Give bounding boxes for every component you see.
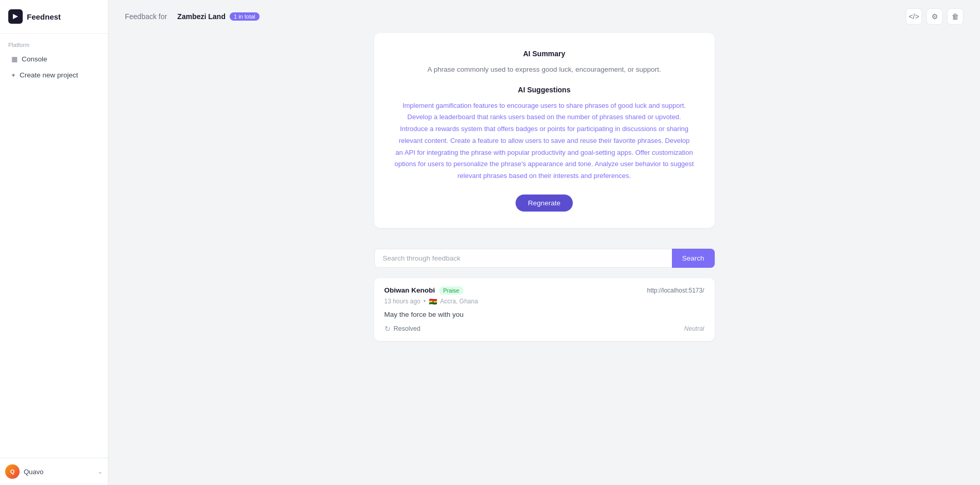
app-name: Feednest <box>27 12 61 21</box>
page-content: AI Summary A phrase commonly used to exp… <box>108 33 980 358</box>
ai-summary-title: AI Summary <box>395 50 694 58</box>
feedback-for-text: Feedback for <box>125 12 167 21</box>
code-button[interactable]: </> <box>906 8 922 25</box>
ai-suggestions-title: AI Suggestions <box>395 86 694 94</box>
feedback-status-label: Resolved <box>394 325 421 332</box>
avatar-initials: Q <box>10 468 15 475</box>
plus-icon: + <box>11 71 15 79</box>
app-logo-icon <box>8 9 23 24</box>
ai-summary-text: A phrase commonly used to express good l… <box>395 64 694 75</box>
avatar: Q <box>5 464 20 479</box>
header-breadcrumb: Feedback for Zambezi Land 1 in total <box>125 12 260 21</box>
feedback-footer: ↻ Resolved Neutral <box>384 325 704 333</box>
feedback-message: May the force be with you <box>384 311 704 318</box>
feedback-meta: 13 hours ago • 🇬🇭 Accra, Ghana <box>384 298 704 305</box>
dot-separator: • <box>424 298 426 305</box>
feedback-tag: Praise <box>439 286 463 295</box>
sidebar-logo: Feednest <box>0 0 108 34</box>
footer-user: Q Quavo <box>5 464 43 479</box>
chevron-down-icon: ⌄ <box>98 468 103 475</box>
search-bar: Search <box>374 249 715 268</box>
footer-user-name: Quavo <box>24 468 43 476</box>
feedback-header-left: Obiwan Kenobi Praise <box>384 286 463 295</box>
ai-summary-card: AI Summary A phrase commonly used to exp… <box>374 33 715 228</box>
sidebar: Feednest Platform ▦ Console + Create new… <box>0 0 108 485</box>
search-button[interactable]: Search <box>672 249 715 268</box>
header-actions: </> ⚙ 🗑 <box>906 8 963 25</box>
gear-icon: ⚙ <box>931 12 938 21</box>
main-content: Feedback for Zambezi Land 1 in total </>… <box>108 0 980 485</box>
console-icon: ▦ <box>11 55 18 63</box>
regenerate-button[interactable]: Regnerate <box>516 195 573 212</box>
feedback-status: ↻ Resolved <box>384 325 421 333</box>
feedback-location: Accra, Ghana <box>440 298 478 305</box>
trash-icon: 🗑 <box>952 12 959 21</box>
code-icon: </> <box>909 12 919 21</box>
ai-suggestions-text: Implement gamification features to encou… <box>395 100 694 182</box>
feedback-time: 13 hours ago <box>384 298 421 305</box>
search-input[interactable] <box>374 249 672 268</box>
create-project-label: Create new project <box>20 71 78 79</box>
delete-button[interactable]: 🗑 <box>947 8 963 25</box>
sidebar-section-label: Platform <box>0 34 108 51</box>
sidebar-console-label: Console <box>22 55 47 63</box>
resolved-icon: ↻ <box>384 325 391 333</box>
header: Feedback for Zambezi Land 1 in total </>… <box>108 0 980 33</box>
sidebar-item-console[interactable]: ▦ Console <box>3 51 105 67</box>
project-name: Zambezi Land <box>178 12 226 21</box>
settings-button[interactable]: ⚙ <box>926 8 943 25</box>
sidebar-footer[interactable]: Q Quavo ⌄ <box>0 458 108 485</box>
search-section: Search <box>374 249 715 268</box>
flag-icon: 🇬🇭 <box>429 298 437 305</box>
feedback-item-header: Obiwan Kenobi Praise http://localhost:51… <box>384 286 704 295</box>
feedback-list: Obiwan Kenobi Praise http://localhost:51… <box>374 278 715 341</box>
feedback-link[interactable]: http://localhost:5173/ <box>647 287 704 294</box>
sidebar-item-create-project[interactable]: + Create new project <box>3 67 105 83</box>
feedback-user-name: Obiwan Kenobi <box>384 286 435 294</box>
feedback-sentiment: Neutral <box>684 325 704 332</box>
total-badge: 1 in total <box>230 12 260 21</box>
feedback-item: Obiwan Kenobi Praise http://localhost:51… <box>374 278 715 341</box>
